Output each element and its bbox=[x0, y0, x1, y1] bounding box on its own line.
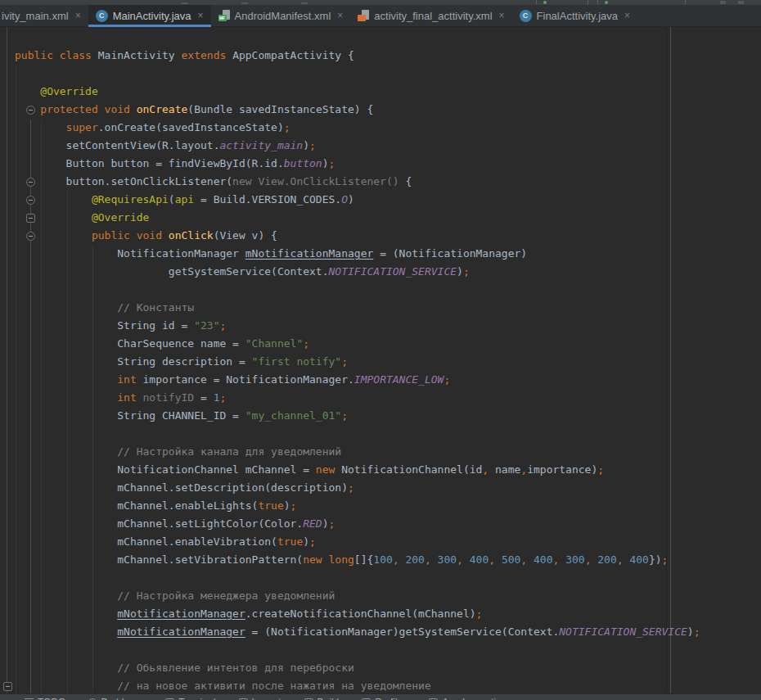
code-line: // Настройка менеджера уведомлений bbox=[15, 587, 700, 605]
code-line: // Обьявление интентов для переброски bbox=[15, 659, 700, 677]
code-line: // Настройка канала для уведомлений bbox=[15, 443, 700, 461]
code-fold-icon[interactable] bbox=[26, 196, 35, 205]
code-line: mNotificationManager = (NotificationMana… bbox=[15, 623, 700, 641]
tab-label: MainActivity.java bbox=[113, 10, 191, 22]
editor-tab-bar: ivity_main.xml×CMainActivity.java×MFAndr… bbox=[0, 5, 761, 27]
code-line: button.setOnClickListener(new View.OnCli… bbox=[15, 173, 700, 191]
code-line: @RequiresApi(api = Build.VERSION_CODES.O… bbox=[15, 191, 700, 209]
tab-ivity_main.xml[interactable]: ivity_main.xml× bbox=[0, 5, 88, 26]
toolwindow-label: Logcat bbox=[252, 697, 281, 700]
tab-FinalActtivity.java[interactable]: CFinalActtivity.java× bbox=[512, 5, 637, 26]
code-line bbox=[15, 425, 700, 443]
code-line: String CHANNEL_ID = "my_channel_01"; bbox=[15, 407, 700, 425]
toolbar-icon[interactable] bbox=[241, 2, 248, 4]
code-line bbox=[15, 65, 700, 83]
code-fold-icon[interactable] bbox=[3, 682, 12, 691]
code-line: mChannel.setDescription(description); bbox=[15, 479, 700, 497]
gutter-border bbox=[7, 27, 7, 693]
java-class-icon: C bbox=[96, 10, 108, 22]
code-line: Button button = findViewById(R.id.button… bbox=[15, 155, 700, 173]
tab-activity_final_acttivity.xml[interactable]: activity_final_acttivity.xml× bbox=[350, 5, 511, 26]
toolwindow-button-logcat[interactable]: Logcat bbox=[239, 697, 281, 700]
run-configuration-selector[interactable] bbox=[597, 0, 686, 5]
toolbar-icon[interactable] bbox=[738, 1, 744, 4]
code-fold-icon[interactable] bbox=[26, 178, 35, 187]
tab-label: ivity_main.xml bbox=[2, 10, 69, 22]
toolbar-icon[interactable] bbox=[720, 1, 726, 4]
code-line: mChannel.enableLights(true); bbox=[15, 497, 700, 515]
tool-window-bar: TODOProblemsTerminalLogcatBuildProfilerA… bbox=[0, 693, 761, 700]
close-icon[interactable]: × bbox=[197, 11, 203, 20]
toolbar-icon[interactable] bbox=[301, 2, 308, 4]
code-line: mChannel.setVibrationPattern(new long[]{… bbox=[15, 551, 700, 569]
toolwindow-label: App Inspection bbox=[442, 697, 507, 700]
close-icon[interactable]: × bbox=[75, 11, 81, 20]
code-line: getSystemService(Context.NOTIFICATION_SE… bbox=[15, 263, 700, 281]
tab-MainActivity.java[interactable]: CMainActivity.java× bbox=[88, 5, 211, 26]
toolwindow-button-todo[interactable]: TODO bbox=[25, 697, 65, 700]
code-line: // на новое активити после нажатия на ув… bbox=[15, 677, 700, 693]
code-line: mChannel.enableVibration(true); bbox=[15, 533, 700, 551]
code-line: String id = "23"; bbox=[15, 317, 700, 335]
close-icon[interactable]: × bbox=[499, 11, 505, 20]
device-selector[interactable] bbox=[536, 0, 588, 5]
toolwindow-label: Build bbox=[317, 697, 340, 700]
manifest-file-icon: MF bbox=[218, 10, 230, 21]
toolwindow-label: Problems bbox=[101, 697, 142, 700]
close-icon[interactable]: × bbox=[337, 11, 343, 20]
code-editor[interactable]: public class MainActivity extends AppCom… bbox=[0, 27, 761, 693]
code-fold-icon[interactable] bbox=[26, 232, 35, 241]
toolwindow-label: Profiler bbox=[375, 697, 406, 700]
tab-label: activity_final_acttivity.xml bbox=[374, 10, 492, 22]
code-line: mChannel.setLightColor(Color.RED); bbox=[15, 515, 700, 533]
java-class-icon: C bbox=[520, 10, 532, 22]
code-line: setContentView(R.layout.activity_main); bbox=[15, 137, 700, 155]
toolwindow-button-terminal[interactable]: Terminal bbox=[165, 697, 215, 700]
android-studio-window: ivity_main.xml×CMainActivity.java×MFAndr… bbox=[0, 0, 761, 700]
layout-xml-file-icon bbox=[358, 10, 369, 21]
code-line: public class MainActivity extends AppCom… bbox=[15, 47, 700, 65]
code-line: NotificationManager mNotificationManager… bbox=[15, 245, 700, 263]
code-line: CharSequence name = "Channel"; bbox=[15, 335, 700, 353]
toolwindow-button-profiler[interactable]: Profiler bbox=[362, 697, 406, 700]
code-lines: public class MainActivity extends AppCom… bbox=[15, 29, 700, 693]
code-fold-icon[interactable] bbox=[26, 214, 35, 223]
code-line bbox=[15, 29, 700, 47]
toolbar-icon[interactable] bbox=[182, 2, 188, 4]
code-fold-icon[interactable] bbox=[26, 106, 35, 115]
code-line bbox=[15, 281, 700, 299]
tab-label: FinalActtivity.java bbox=[537, 10, 618, 22]
tab-AndroidManifest.xml[interactable]: MFAndroidManifest.xml× bbox=[211, 5, 351, 26]
toolwindow-button-app-inspection[interactable]: App Inspection bbox=[429, 697, 507, 700]
tab-label: AndroidManifest.xml bbox=[235, 10, 331, 22]
toolwindow-button-problems[interactable]: Problems bbox=[88, 697, 142, 700]
code-line: int notifyID = 1; bbox=[15, 389, 700, 407]
code-line: protected void onCreate(Bundle savedInst… bbox=[15, 101, 700, 119]
green-dot-icon bbox=[605, 1, 608, 4]
toolwindow-label: Terminal bbox=[178, 697, 215, 700]
main-toolbar bbox=[0, 0, 761, 5]
code-line: String description = "first notify"; bbox=[15, 353, 700, 371]
code-line: int importance = NotificationManager.IMP… bbox=[15, 371, 700, 389]
code-line: public void onClick(View v) { bbox=[15, 227, 700, 245]
close-icon[interactable]: × bbox=[624, 11, 630, 20]
green-dot-icon bbox=[543, 1, 547, 4]
code-line: @Override bbox=[15, 209, 700, 227]
code-line bbox=[15, 641, 700, 659]
code-line: @Override bbox=[15, 83, 700, 101]
code-line: NotificationChannel mChannel = new Notif… bbox=[15, 461, 700, 479]
toolwindow-button-build[interactable]: Build bbox=[304, 697, 340, 700]
code-line: mNotificationManager.createNotificationC… bbox=[15, 605, 700, 623]
code-line: // Константы bbox=[15, 299, 700, 317]
toolwindow-label: TODO bbox=[38, 697, 65, 700]
code-line bbox=[15, 569, 700, 587]
code-line: super.onCreate(savedInstanceState); bbox=[15, 119, 700, 137]
